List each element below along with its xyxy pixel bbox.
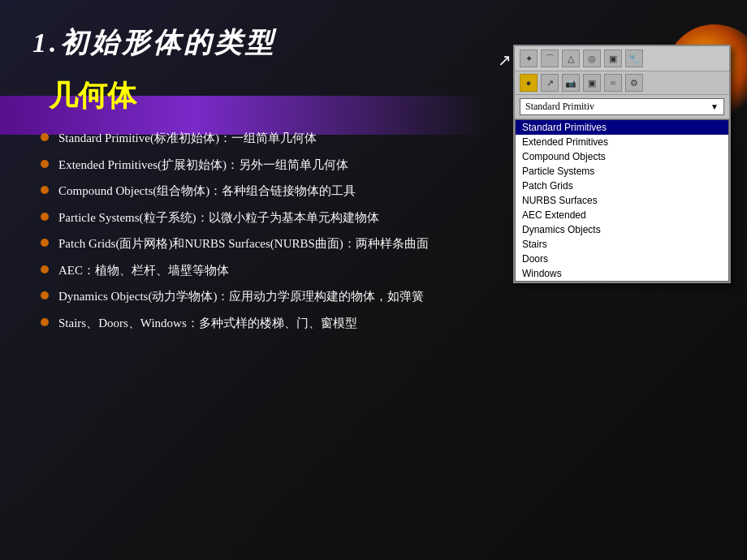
bullet-dot-icon	[41, 291, 49, 299]
bullet-dot-icon	[41, 133, 49, 141]
menu-item[interactable]: Doors	[516, 252, 728, 266]
toolbar-icon-monitor[interactable]: ▣	[604, 50, 622, 67]
bullet-dot-icon	[41, 265, 49, 274]
menu-item[interactable]: Particle Systems	[516, 164, 728, 179]
bullet-dot-icon	[41, 213, 49, 221]
list-item: Patch Grids(面片网格)和NURBS Surfaces(NURBS曲面…	[41, 235, 495, 253]
list-item: Compound Objects(组合物体)：各种组合链接物体的工具	[41, 182, 495, 200]
bullet-text: Particle Systems(粒子系统)：以微小粒子为基本单元构建物体	[58, 209, 495, 227]
bullet-text: Standard Primitive(标准初始体)：一组简单几何体	[58, 129, 495, 148]
toolbar-icon-arc[interactable]: ⌒	[541, 50, 559, 67]
slide: 1.初始形体的类型 几何体 Standard Primitive(标准初始体)：…	[0, 0, 747, 560]
section-heading: 几何体	[49, 76, 715, 116]
menu-item[interactable]: NURBS Surfaces	[516, 193, 728, 208]
bullet-text: AEC：植物、栏杆、墙壁等物体	[58, 261, 495, 280]
menu-item[interactable]: Compound Objects	[516, 149, 728, 164]
list-item: Particle Systems(粒子系统)：以微小粒子为基本单元构建物体	[41, 209, 495, 227]
toolbar-icon-cursor[interactable]: ✦	[520, 50, 538, 67]
toolbar-icon-triangle[interactable]: △	[562, 50, 580, 67]
bullet-dot-icon	[41, 160, 49, 168]
menu-item[interactable]: Stairs	[516, 237, 728, 252]
bullet-text: Extended Primitives(扩展初始体)：另外一组简单几何体	[58, 156, 495, 174]
menu-item[interactable]: Patch Grids	[516, 179, 728, 193]
list-item: AEC：植物、栏杆、墙壁等物体	[41, 261, 495, 280]
toolbar-icon-circle[interactable]: ◎	[583, 50, 601, 67]
list-item: Standard Primitive(标准初始体)：一组简单几何体	[41, 129, 495, 148]
menu-item[interactable]: Extended Primitives	[516, 135, 728, 149]
primitives-menu: Standard PrimitivesExtended PrimitivesCo…	[515, 119, 729, 282]
menu-item[interactable]: AEC Extended	[516, 208, 728, 222]
list-item: Dynamics Objects(动力学物体)：应用动力学原理构建的物体，如弹簧	[41, 287, 495, 306]
bullet-dot-icon	[41, 318, 49, 326]
bullet-dot-icon	[41, 239, 49, 247]
menu-item[interactable]: Dynamics Objects	[516, 222, 728, 237]
list-item: Extended Primitives(扩展初始体)：另外一组简单几何体	[41, 156, 495, 174]
panel-toolbar-row1: ✦ ⌒ △ ◎ ▣ 🔧	[515, 46, 729, 71]
menu-item[interactable]: Windows	[516, 266, 728, 281]
toolbar-icon-wrench[interactable]: 🔧	[625, 50, 643, 67]
pointer-arrow-icon: ↗	[498, 50, 512, 70]
bullet-text: Patch Grids(面片网格)和NURBS Surfaces(NURBS曲面…	[58, 235, 495, 253]
bullet-text: Dynamics Objects(动力学物体)：应用动力学原理构建的物体，如弹簧	[58, 287, 495, 306]
bullet-dot-icon	[41, 186, 49, 194]
bullet-text: Compound Objects(组合物体)：各种组合链接物体的工具	[58, 182, 495, 200]
list-item: Stairs、Doors、Windows：多种式样的楼梯、门、窗模型	[41, 314, 495, 333]
menu-item[interactable]: Standard Primitives	[516, 120, 728, 135]
bullet-text: Stairs、Doors、Windows：多种式样的楼梯、门、窗模型	[58, 314, 495, 333]
